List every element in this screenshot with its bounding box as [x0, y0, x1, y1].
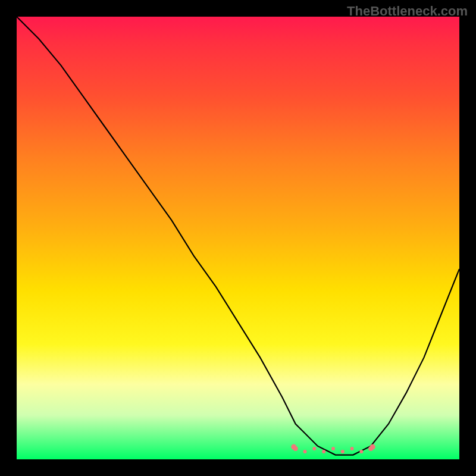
marker-dot	[341, 450, 345, 453]
marker-dot	[303, 450, 307, 453]
marker-dot	[350, 447, 354, 450]
marker-dot	[359, 450, 363, 453]
chart-area	[17, 17, 459, 459]
marker-endcap	[370, 444, 375, 450]
marker-endcap	[291, 444, 296, 450]
marker-dot	[312, 447, 316, 450]
bottleneck-curve	[17, 17, 459, 459]
curve-path	[17, 17, 459, 455]
optimal-range-markers	[291, 444, 375, 454]
watermark-label: TheBottleneck.com	[347, 4, 468, 19]
marker-dot	[322, 450, 325, 453]
marker-dot	[331, 447, 335, 450]
